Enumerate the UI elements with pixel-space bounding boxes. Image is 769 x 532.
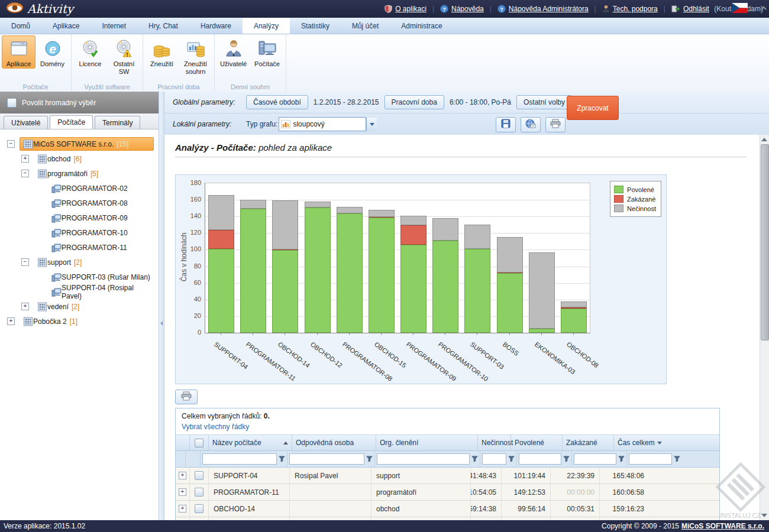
ribbon-toolbar: AplikaceeDoményPočítačeLicenceOstatní SW…	[0, 34, 769, 92]
column-header-org-len-n[interactable]: Org. členění	[376, 435, 478, 450]
menu-item-internet[interactable]: Internet	[91, 18, 137, 34]
tree-item-programator-08[interactable]: PROGRAMATOR-08	[0, 196, 159, 210]
sidebar-tab-po-ta-e[interactable]: Počítače	[50, 115, 93, 129]
topbar-link-odhl-sit[interactable]: Odhlásit (Koutný, Adam)	[671, 5, 763, 13]
save-button[interactable]	[496, 117, 516, 132]
scroll-up-icon[interactable]	[761, 2, 767, 13]
chevron-down-icon	[370, 123, 374, 126]
topbar-link-n-pov-da-administr-tora[interactable]: ?Nápověda Administrátora	[497, 5, 589, 13]
ribbon-button-po-ta-e[interactable]: Počítače	[250, 35, 284, 69]
period-button[interactable]: Časové období	[246, 95, 308, 109]
multiselect-checkbox[interactable]	[7, 98, 17, 108]
funnel-icon[interactable]	[563, 456, 570, 462]
menu-item-aplikace[interactable]: Aplikace	[41, 18, 91, 34]
app-logo: Aktivity	[6, 2, 73, 17]
filter-input-ne-innost[interactable]	[482, 453, 506, 465]
menu-item-hardware[interactable]: Hardware	[189, 18, 243, 34]
topbar-link-n-pov-da[interactable]: ?Nápověda	[440, 5, 484, 13]
funnel-icon[interactable]	[471, 456, 478, 462]
ribbon-button-aplikace[interactable]: Aplikace	[2, 35, 35, 69]
sidebar-tab-u-ivatel[interactable]: Uživatelé	[4, 116, 48, 129]
chart-type-dropdown-button[interactable]	[366, 118, 377, 131]
ribbon-button-dom-ny[interactable]: eDomény	[35, 35, 69, 69]
collapse-box-icon[interactable]: −	[7, 140, 15, 148]
column-header-as-celkem[interactable]: Čas celkem	[614, 435, 665, 450]
ribbon-button-licence[interactable]: Licence	[73, 35, 107, 76]
expand-box-icon[interactable]: +	[7, 317, 15, 325]
select-all-rows-link[interactable]: Vybrat všechny řádky	[176, 421, 719, 434]
tree-item-pobo-ka-2[interactable]: +Pobočka 2[1]	[0, 314, 159, 329]
column-header-zak-zan[interactable]: Zakázané	[563, 435, 614, 450]
scrollbar-down-arrow-icon[interactable]	[761, 514, 767, 517]
cell-as-celkem: 160:06:58	[600, 484, 649, 500]
tree-item-veden[interactable]: +vedení[2]	[0, 299, 159, 314]
menu-item-m-j-et[interactable]: Můj účet	[341, 18, 390, 34]
row-expand-icon[interactable]: +	[179, 488, 186, 496]
tree-item-support[interactable]: −support[2]	[0, 255, 159, 270]
expand-box-icon[interactable]: +	[21, 303, 29, 310]
select-all-checkbox[interactable]	[195, 439, 203, 447]
funnel-icon[interactable]	[279, 456, 285, 462]
row-checkbox[interactable]	[195, 471, 203, 480]
collapse-box-icon[interactable]: −	[21, 170, 29, 177]
ribbon-button-zneu-it-souhrn[interactable]: Zneužití souhrn	[179, 35, 212, 76]
scrollbar-up-arrow-icon[interactable]	[761, 138, 767, 141]
menu-item-dom[interactable]: Domů	[0, 18, 41, 34]
collapse-box-icon[interactable]: −	[21, 258, 29, 266]
sidebar-splitter[interactable]	[159, 92, 164, 520]
tree-item-support-03-ru-ar-milan[interactable]: SUPPORT-03 (Rušar Milan)	[0, 270, 159, 284]
print-params-button[interactable]	[545, 117, 566, 132]
menu-item-statistiky[interactable]: Statistiky	[290, 18, 341, 34]
scrollbar-thumb[interactable]	[761, 144, 769, 340]
collapse-arrow-icon[interactable]	[160, 321, 163, 326]
process-button[interactable]: Zpracovat	[567, 96, 619, 120]
filter-input-as-celkem[interactable]	[629, 453, 672, 465]
company-link[interactable]: MiCoS SOFTWARE s.r.o.	[681, 522, 764, 530]
column-menu-icon[interactable]	[657, 442, 662, 445]
print-chart-button[interactable]	[175, 390, 198, 404]
topbar-link-o-aplikaci[interactable]: O aplikaci	[384, 5, 426, 13]
column-header-odpov-dn-osoba[interactable]: Odpovědná osoba	[292, 435, 376, 450]
worktime-button[interactable]: Pracovní doba	[384, 95, 444, 109]
tree-item-program-to-i[interactable]: −programátoři[5]	[0, 166, 159, 181]
ribbon-button-u-ivatel[interactable]: Uživatelé	[217, 35, 250, 69]
menu-item-administrace[interactable]: Administrace	[390, 18, 453, 34]
tree-item-programator-09[interactable]: PROGRAMATOR-09	[0, 210, 159, 225]
sidebar-tab-termin-ly[interactable]: Terminály	[95, 116, 140, 129]
filter-input-odpov-dn-osoba[interactable]	[289, 453, 364, 465]
filter-input-povolen[interactable]	[519, 453, 561, 465]
funnel-icon[interactable]	[674, 456, 680, 462]
row-expand-icon[interactable]: +	[179, 505, 186, 512]
other-options-button[interactable]: Ostatní volby	[516, 95, 572, 109]
funnel-icon[interactable]	[366, 456, 373, 462]
expand-box-icon[interactable]: +	[21, 155, 29, 163]
filter-input-n-zev-po-ta-e[interactable]	[202, 453, 277, 465]
filter-input-zak-zan[interactable]	[574, 453, 616, 465]
tree-item-micos-software-s-r-o[interactable]: −MiCoS SOFTWARE s.r.o.[15]	[0, 137, 159, 151]
tree-item-support-04-rosipal-pavel[interactable]: SUPPORT-04 (Rosipal Pavel)	[0, 284, 159, 299]
funnel-icon[interactable]	[508, 456, 515, 462]
vertical-scrollbar[interactable]	[760, 135, 769, 520]
row-checkbox[interactable]	[195, 504, 203, 513]
menu-item-hry-chat[interactable]: Hry, Chat	[137, 18, 189, 34]
column-header-n-zev-po-ta-e[interactable]: Název počítače	[209, 435, 292, 450]
export-button[interactable]	[521, 117, 541, 132]
menu-item-anal-zy[interactable]: Analýzy	[243, 18, 290, 34]
row-checkbox[interactable]	[195, 488, 203, 497]
tree-item-programator-11[interactable]: PROGRAMATOR-11	[0, 240, 159, 255]
column-header-povolen[interactable]: Povolené	[511, 435, 563, 450]
filter-cell	[375, 451, 480, 467]
cell-zak-zan: 22:39:39	[551, 468, 600, 484]
czech-flag-icon[interactable]	[732, 3, 748, 15]
ribbon-button-zneu-it[interactable]: Zneužití	[145, 35, 179, 76]
filter-input-org-len-n[interactable]	[377, 453, 470, 465]
row-expand-icon[interactable]: +	[179, 472, 186, 479]
ribbon-button-ostatn-sw[interactable]: Ostatní SW	[107, 35, 141, 76]
tree-item-programator-02[interactable]: PROGRAMATOR-02	[0, 181, 159, 196]
chart-type-select[interactable]: sloupcový	[279, 117, 366, 131]
tree-item-obchod[interactable]: +obchod[6]	[0, 151, 159, 166]
funnel-icon[interactable]	[618, 456, 625, 462]
topbar-link-tech-podpora[interactable]: Tech. podpora	[602, 5, 658, 13]
column-header-ne-innost[interactable]: Nečinnost	[478, 435, 511, 450]
tree-item-programator-10[interactable]: PROGRAMATOR-10	[0, 225, 159, 240]
